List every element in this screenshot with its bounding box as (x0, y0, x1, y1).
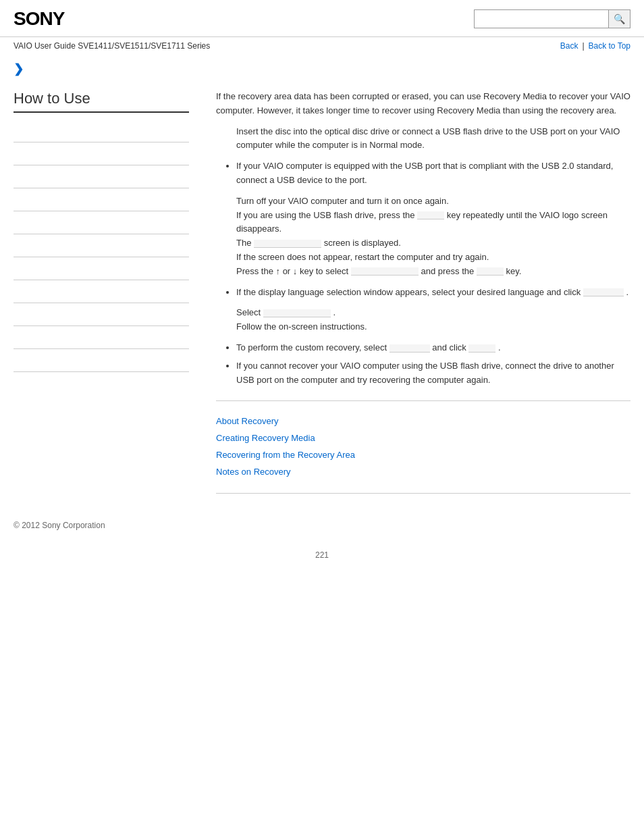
content-text-insert-disc: Insert the disc into the optical disc dr… (236, 125, 630, 153)
select-blank (351, 267, 419, 276)
sidebar-item[interactable] (14, 211, 189, 234)
content-paragraph-1: If the recovery area data has been corru… (216, 90, 630, 118)
content-text-screen: The screen is displayed. (236, 236, 630, 251)
back-to-top-link[interactable]: Back to Top (589, 41, 630, 51)
content-divider-bottom (216, 493, 630, 494)
search-button[interactable]: 🔍 (609, 9, 630, 28)
bullet-item-usb-text: If your VAIO computer is equipped with t… (236, 161, 613, 185)
chevron-right-icon: ❯ (14, 62, 24, 76)
related-links: About Recovery Creating Recovery Media R… (216, 415, 630, 479)
copyright-text: © 2012 Sony Corporation (14, 521, 105, 530)
select-option-blank (263, 309, 331, 317)
related-link-notes-recovery[interactable]: Notes on Recovery (216, 465, 630, 479)
sidebar-item[interactable] (14, 165, 189, 188)
list-item-usb: If your VAIO computer is equipped with t… (236, 159, 630, 188)
sidebar-item[interactable] (14, 142, 189, 165)
content-text-follow: Follow the on-screen instructions. (236, 320, 630, 334)
key-blank (417, 211, 444, 219)
screen-name-blank (254, 240, 321, 248)
sidebar-item[interactable] (14, 257, 189, 280)
nav-links: Back | Back to Top (560, 41, 630, 51)
search-area: 🔍 (474, 9, 630, 28)
content-indent-1: Insert the disc into the optical disc dr… (236, 125, 630, 153)
related-link-recovering-area[interactable]: Recovering from the Recovery Area (216, 448, 630, 463)
sidebar-item[interactable] (14, 303, 189, 326)
sidebar-title: How to Use (14, 90, 189, 113)
custom-click-blank (468, 344, 495, 353)
guide-title: VAIO User Guide SVE1411/SVE1511/SVE1711 … (14, 41, 210, 51)
main-content: How to Use If the recovery area data has… (0, 76, 644, 507)
sidebar-item[interactable] (14, 280, 189, 303)
related-link-creating-media[interactable]: Creating Recovery Media (216, 432, 630, 446)
list-item-usb-port: If you cannot recover your VAIO computer… (236, 359, 630, 388)
content-text-select: Select . (236, 306, 630, 320)
click-blank (583, 288, 624, 296)
sidebar: How to Use (14, 90, 203, 507)
sidebar-item[interactable] (14, 188, 189, 211)
custom-select-blank (390, 344, 430, 353)
search-icon: 🔍 (614, 14, 625, 24)
bullet-list-2: If the display language selection window… (236, 286, 630, 300)
list-item-custom-recovery: To perform the custom recovery, select a… (236, 341, 630, 355)
search-input[interactable] (474, 9, 609, 28)
breadcrumb-arrow: ❯ (0, 55, 644, 76)
content-text-usb-key: If you are using the USB flash drive, pr… (236, 209, 630, 237)
sidebar-item[interactable] (14, 234, 189, 257)
content-text-turn-off: Turn off your VAIO computer and turn it … (236, 194, 630, 209)
bullet-list-1: If your VAIO computer is equipped with t… (236, 159, 630, 188)
sidebar-item[interactable] (14, 326, 189, 349)
page-number: 221 (0, 544, 644, 573)
nav-separator: | (582, 41, 584, 51)
sidebar-item[interactable] (14, 349, 189, 372)
bullet-list-3: To perform the custom recovery, select a… (236, 341, 630, 387)
footer: © 2012 Sony Corporation (0, 507, 644, 544)
sony-logo: SONY (14, 8, 64, 30)
sidebar-item[interactable] (14, 120, 189, 142)
content-indent-select: Select . Follow the on-screen instructio… (236, 306, 630, 334)
key-blank-2 (477, 267, 504, 276)
content-area: If the recovery area data has been corru… (203, 90, 630, 507)
back-link[interactable]: Back (560, 41, 579, 51)
content-text-press-key: Press the ↑ or ↓ key to select and press… (236, 265, 630, 279)
content-divider (216, 400, 630, 401)
list-item-language: If the display language selection window… (236, 286, 630, 300)
content-text-restart: If the screen does not appear, restart t… (236, 251, 630, 265)
content-indent-turn-off: Turn off your VAIO computer and turn it … (236, 194, 630, 279)
nav-bar: VAIO User Guide SVE1411/SVE1511/SVE1711 … (0, 37, 644, 55)
header: SONY 🔍 (0, 0, 644, 37)
related-link-about-recovery[interactable]: About Recovery (216, 415, 630, 429)
